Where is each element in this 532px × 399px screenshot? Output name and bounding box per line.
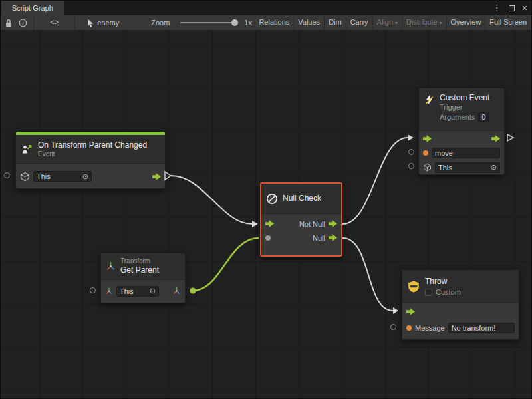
flow-port-row [402, 303, 519, 319]
node-title: Custom Event [440, 93, 489, 103]
kebab-menu-icon[interactable]: ⋮ [493, 1, 501, 15]
port-label: Null [313, 234, 325, 242]
flow-input-port-icon[interactable] [406, 308, 415, 315]
values-button[interactable]: Values [293, 15, 324, 30]
distribute-button[interactable]: Distribute▾ [402, 15, 446, 30]
transform-icon [105, 287, 113, 295]
wire-arrowhead [408, 134, 414, 141]
message-port-row: Message No transform! [402, 319, 519, 336]
input-port-circle[interactable] [4, 172, 10, 178]
target-dropdown[interactable]: This ⊙ [116, 286, 159, 297]
target-dropdown[interactable]: This ⊙ [33, 171, 92, 182]
event-name-row: move [419, 146, 504, 160]
fullscreen-button[interactable]: Full Screen [485, 15, 531, 30]
node-header: Custom Event Trigger Arguments 0 [419, 88, 504, 131]
target-port-row: This ⊙ [101, 280, 185, 302]
wire-arrowhead [252, 221, 258, 227]
target-dropdown[interactable]: This ⊙ [435, 162, 500, 173]
node-get-parent[interactable]: Transform Get Parent This ⊙ [100, 253, 186, 303]
flow-output-port-icon[interactable] [491, 135, 500, 142]
info-icon[interactable] [19, 19, 27, 27]
graph-name: enemy [97, 19, 119, 27]
cube-icon [20, 172, 30, 182]
carry-button[interactable]: Carry [346, 15, 372, 30]
object-picker-icon: ⊙ [488, 163, 497, 172]
arguments-count-field[interactable]: 0 [478, 112, 489, 122]
value-input-port[interactable] [265, 235, 271, 241]
flow-output-port-icon[interactable] [152, 173, 161, 180]
node-custom-event[interactable]: Custom Event Trigger Arguments 0 move [418, 88, 505, 175]
zoom-label: Zoom [151, 19, 170, 27]
flow-input-port-icon[interactable] [265, 220, 274, 227]
node-null-check[interactable]: Null Check Not Null Null [260, 182, 342, 257]
custom-label: Custom [436, 288, 461, 296]
graph-canvas[interactable]: On Transform Parent Changed Event This ⊙ [1, 30, 531, 398]
flow-output-port-icon[interactable] [329, 220, 337, 227]
graph-window: Script Graph ⋮ × <> enemy Zoom 1x Relati… [0, 0, 532, 399]
flow-start-triangle [165, 172, 171, 180]
wire-event-to-nullcheck [171, 176, 252, 224]
target-port-row: This ⊙ [16, 164, 165, 188]
custom-checkbox[interactable] [425, 289, 432, 296]
input-port-circle[interactable] [390, 324, 396, 330]
zoom-slider[interactable] [180, 22, 236, 23]
input-port-circle[interactable] [408, 163, 414, 169]
zoom-value: 1x [244, 19, 252, 27]
node-title: Throw [425, 277, 461, 287]
lock-icon[interactable] [5, 19, 13, 27]
wire-null-to-throw [342, 238, 393, 311]
wire-arrowhead [393, 307, 398, 314]
string-input-port[interactable] [423, 150, 428, 156]
maximize-icon[interactable] [509, 5, 515, 11]
throw-exception-icon [407, 280, 420, 293]
null-port-row: Null [261, 231, 341, 245]
node-throw[interactable]: Throw Custom Message No transform! [402, 269, 519, 340]
event-name-field[interactable]: move [432, 148, 500, 158]
tab-label: Script Graph [12, 4, 53, 12]
message-field[interactable]: No transform! [448, 323, 515, 333]
tab-bar: Script Graph ⋮ × [1, 1, 531, 15]
flow-port-row [419, 131, 504, 146]
node-header: On Transform Parent Changed Event [16, 135, 165, 164]
custom-event-bolt-icon [424, 93, 435, 106]
wire-notnull-to-customevent [342, 138, 408, 224]
toolbar-separator [74, 15, 75, 30]
graph-toolbar: <> enemy Zoom 1x Relations Values Dim Ca… [1, 15, 531, 30]
object-picker-icon: ⊙ [147, 287, 156, 295]
object-picker-icon: ⊙ [80, 172, 88, 181]
input-port-circle[interactable] [408, 149, 414, 155]
node-title: Get Parent [120, 265, 159, 275]
toolbar-buttons: Relations Values Dim Carry Align▾ Distri… [255, 15, 531, 30]
transform-icon [106, 261, 116, 271]
node-header: Null Check [261, 184, 341, 214]
tab-script-graph[interactable]: Script Graph [1, 1, 64, 15]
node-category: Transform [120, 257, 159, 265]
graph-cursor-icon [87, 19, 94, 27]
toolbar-separator [33, 15, 34, 30]
arguments-label: Arguments [440, 113, 475, 121]
wire-getparent-to-nullcheck [193, 238, 259, 291]
chevron-down-icon: ▾ [440, 20, 442, 26]
zoom-slider-handle[interactable] [231, 19, 238, 26]
node-title: On Transform Parent Changed [38, 140, 147, 150]
node-title: Null Check [283, 194, 321, 203]
string-input-port[interactable] [406, 325, 412, 331]
node-header: Transform Get Parent [101, 253, 185, 280]
node-subtitle: Event [38, 150, 147, 158]
transform-output-port-icon[interactable] [172, 287, 181, 295]
close-icon[interactable]: × [522, 1, 527, 15]
align-button[interactable]: Align▾ [372, 15, 402, 30]
message-label: Message [415, 324, 445, 332]
target-port-row: This ⊙ [419, 160, 504, 174]
code-icon[interactable]: <> [50, 19, 59, 27]
flow-input-port-icon[interactable] [423, 135, 432, 142]
value-output-dot [190, 288, 196, 294]
relations-button[interactable]: Relations [255, 15, 293, 30]
input-port-circle[interactable] [90, 287, 96, 293]
chevron-down-icon: ▾ [395, 20, 398, 26]
node-on-transform-parent-changed[interactable]: On Transform Parent Changed Event This ⊙ [15, 131, 166, 189]
node-subtitle: Trigger [440, 103, 489, 111]
flow-output-port-icon[interactable] [329, 234, 337, 241]
overview-button[interactable]: Overview [446, 15, 485, 30]
dim-button[interactable]: Dim [324, 15, 346, 30]
